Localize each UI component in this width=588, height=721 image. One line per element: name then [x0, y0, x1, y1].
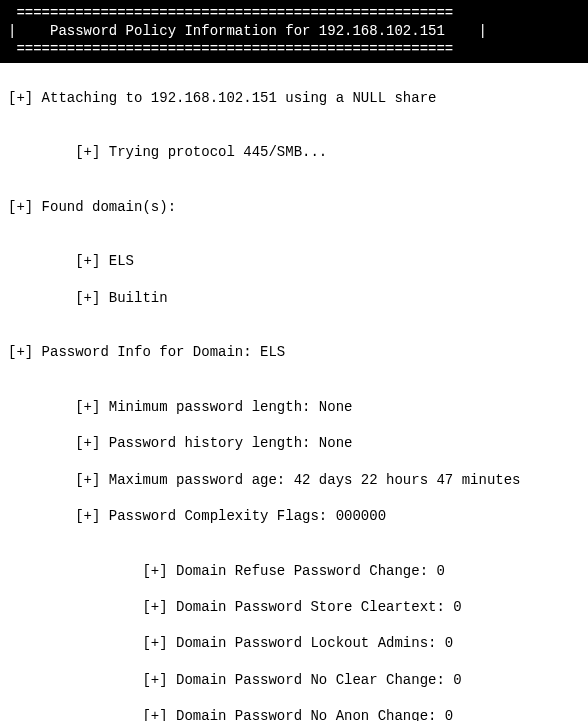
output-line: [+] Domain Password Lockout Admins: 0 — [8, 634, 580, 652]
output-line: [+] Password Info for Domain: ELS — [8, 343, 580, 361]
output-line: [+] Minimum password length: None — [8, 398, 580, 416]
output-line: [+] Maximum password age: 42 days 22 hou… — [8, 471, 580, 489]
output-line: [+] Domain Password No Clear Change: 0 — [8, 671, 580, 689]
header-title: | Password Policy Information for 192.16… — [0, 22, 588, 40]
output-line: [+] Password Complexity Flags: 000000 — [8, 507, 580, 525]
output-line: [+] Found domain(s): — [8, 198, 580, 216]
output-line: [+] Attaching to 192.168.102.151 using a… — [8, 89, 580, 107]
header-banner: ========================================… — [0, 0, 588, 63]
header-border-top: ========================================… — [0, 4, 588, 22]
output-line: [+] Password history length: None — [8, 434, 580, 452]
output-line: [+] Builtin — [8, 289, 580, 307]
output-line: [+] Domain Refuse Password Change: 0 — [8, 562, 580, 580]
output-line: [+] ELS — [8, 252, 580, 270]
output-line: [+] Domain Password No Anon Change: 0 — [8, 707, 580, 721]
header-border-bottom: ========================================… — [0, 40, 588, 58]
terminal-output: [+] Attaching to 192.168.102.151 using a… — [0, 63, 588, 721]
output-line: [+] Trying protocol 445/SMB... — [8, 143, 580, 161]
output-line: [+] Domain Password Store Cleartext: 0 — [8, 598, 580, 616]
